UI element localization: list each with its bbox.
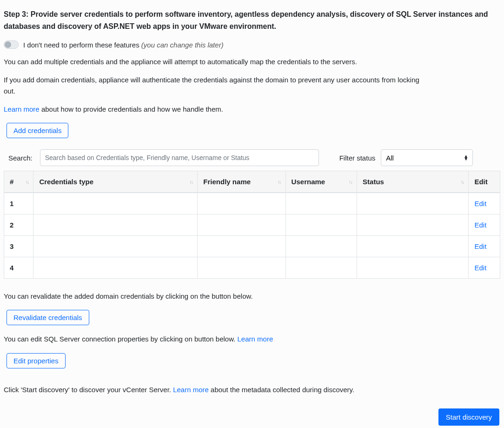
intro-paragraph-2: If you add domain credentials, appliance… [4, 74, 431, 96]
col-header-number[interactable]: # ↑↓ [4, 171, 33, 193]
sort-icon: ↑↓ [189, 179, 192, 185]
sort-icon: ↑↓ [460, 179, 464, 185]
col-header-user-text: Username [292, 178, 325, 186]
table-row: 2 Edit [4, 214, 500, 236]
cell-status [357, 193, 469, 214]
col-header-edit: Edit [469, 171, 500, 193]
toggle-skip-features[interactable] [4, 40, 19, 49]
cell-friendly-name [198, 193, 285, 214]
cell-row-number: 2 [4, 214, 33, 236]
toggle-label-main: I don't need to perform these features [23, 41, 141, 49]
filter-status-select-wrap: All ▲▼ [381, 149, 473, 166]
cell-friendly-name [198, 236, 285, 257]
cell-credentials-type [33, 193, 198, 214]
discovery-text-post: about the metadata collected during disc… [209, 386, 354, 394]
credentials-table: # ↑↓ Credentials type ↑↓ Friendly name ↑… [4, 171, 500, 279]
search-input[interactable] [40, 149, 319, 166]
edit-row-link[interactable]: Edit [474, 242, 486, 250]
table-header-row: # ↑↓ Credentials type ↑↓ Friendly name ↑… [4, 171, 500, 193]
start-discovery-button[interactable]: Start discovery [438, 408, 499, 426]
sql-learn-more-link[interactable]: Learn more [238, 335, 273, 343]
toggle-row: I don't need to perform these features (… [4, 40, 500, 49]
cell-row-number: 3 [4, 236, 33, 257]
sort-icon: ↑↓ [349, 179, 352, 185]
toggle-label-hint: (you can change this later) [141, 41, 224, 49]
table-row: 3 Edit [4, 236, 500, 257]
cell-row-number: 1 [4, 193, 33, 214]
revalidate-text: You can revalidate the added domain cred… [4, 291, 500, 301]
sql-properties-text-pre: You can edit SQL Server connection prope… [4, 335, 238, 343]
cell-username [285, 236, 357, 257]
sort-icon: ↑↓ [278, 179, 281, 185]
cell-username [285, 193, 357, 214]
col-header-number-text: # [10, 178, 13, 186]
discovery-learn-more-link[interactable]: Learn more [173, 386, 209, 394]
toggle-knob [5, 41, 11, 48]
cell-status [357, 257, 469, 279]
discovery-text-pre: Click 'Start discovery' to discover your… [4, 386, 173, 394]
edit-row-link[interactable]: Edit [474, 221, 486, 229]
cell-friendly-name [198, 257, 285, 279]
revalidate-credentials-button[interactable]: Revalidate credentials [7, 310, 89, 325]
edit-row-link[interactable]: Edit [474, 200, 486, 207]
col-header-type-text: Credentials type [39, 178, 93, 186]
col-header-username[interactable]: Username ↑↓ [285, 171, 357, 193]
sql-properties-text: You can edit SQL Server connection prope… [4, 334, 500, 344]
col-header-status-text: Status [363, 178, 384, 186]
col-header-type[interactable]: Credentials type ↑↓ [33, 171, 198, 193]
cell-friendly-name [198, 214, 285, 236]
filter-group: Filter status All ▲▼ [339, 149, 473, 166]
cell-status [357, 214, 469, 236]
learn-more-credentials-tail: about how to provide credentials and how… [40, 105, 223, 113]
cell-credentials-type [33, 214, 198, 236]
search-filter-row: Search: Filter status All ▲▼ [8, 149, 500, 166]
discovery-text: Click 'Start discovery' to discover your… [4, 384, 500, 395]
table-row: 1 Edit [4, 193, 500, 214]
table-row: 4 Edit [4, 257, 500, 279]
search-label: Search: [8, 154, 33, 162]
col-header-edit-text: Edit [474, 178, 487, 186]
step-title: Step 3: Provide server credentials to pe… [4, 8, 500, 32]
learn-more-credentials-line: Learn more about how to provide credenti… [4, 104, 500, 114]
filter-status-label: Filter status [339, 154, 376, 162]
add-credentials-button[interactable]: Add credentials [7, 123, 68, 138]
edit-row-link[interactable]: Edit [474, 264, 486, 272]
cell-credentials-type [33, 236, 198, 257]
cell-username [285, 257, 357, 279]
cell-row-number: 4 [4, 257, 33, 279]
col-header-status[interactable]: Status ↑↓ [357, 171, 469, 193]
filter-status-select[interactable]: All [381, 149, 473, 166]
cell-username [285, 214, 357, 236]
edit-properties-button[interactable]: Edit properties [7, 353, 66, 368]
intro-paragraph-1: You can add multiple credentials and the… [4, 56, 500, 67]
cell-status [357, 236, 469, 257]
col-header-friendly-name[interactable]: Friendly name ↑↓ [198, 171, 285, 193]
cell-credentials-type [33, 257, 198, 279]
sort-icon: ↑↓ [25, 179, 28, 185]
toggle-label: I don't need to perform these features (… [23, 41, 224, 49]
col-header-name-text: Friendly name [203, 178, 251, 186]
learn-more-credentials-link[interactable]: Learn more [4, 105, 40, 113]
